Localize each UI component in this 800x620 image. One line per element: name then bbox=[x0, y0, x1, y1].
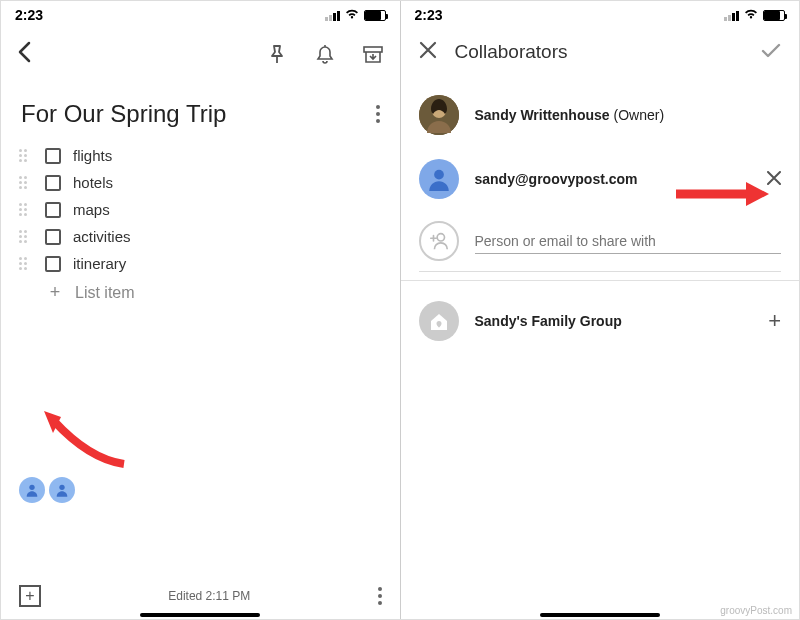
more-menu-icon[interactable] bbox=[378, 587, 382, 605]
collaborator-row-owner: Sandy Writtenhouse (Owner) bbox=[419, 83, 782, 147]
edited-timestamp: Edited 2:11 PM bbox=[41, 589, 378, 603]
avatar-icon bbox=[419, 159, 459, 199]
signal-icon bbox=[724, 10, 739, 21]
plus-icon: + bbox=[47, 282, 63, 303]
note-toolbar bbox=[1, 25, 400, 80]
note-title[interactable]: For Our Spring Trip bbox=[21, 100, 226, 128]
more-menu-icon[interactable] bbox=[376, 105, 380, 123]
divider bbox=[401, 280, 800, 281]
bottom-toolbar: + Edited 2:11 PM bbox=[1, 585, 400, 607]
home-indicator bbox=[540, 613, 660, 617]
status-icons bbox=[724, 7, 785, 23]
list-item[interactable]: activities bbox=[19, 223, 382, 250]
status-icons bbox=[325, 7, 386, 23]
item-label[interactable]: activities bbox=[73, 228, 131, 245]
signal-icon bbox=[325, 10, 340, 21]
collaborators-header: Collaborators bbox=[401, 25, 800, 79]
add-collaborator-row bbox=[419, 211, 782, 272]
wifi-icon bbox=[344, 7, 360, 23]
item-label[interactable]: maps bbox=[73, 201, 110, 218]
status-time: 2:23 bbox=[15, 7, 43, 23]
item-label[interactable]: flights bbox=[73, 147, 112, 164]
group-row[interactable]: Sandy's Family Group + bbox=[419, 289, 782, 353]
avatar-icon[interactable] bbox=[49, 477, 75, 503]
reminder-icon[interactable] bbox=[314, 44, 336, 66]
wifi-icon bbox=[743, 7, 759, 23]
watermark: groovyPost.com bbox=[720, 605, 792, 616]
add-person-icon bbox=[419, 221, 459, 261]
home-indicator bbox=[140, 613, 260, 617]
collaborator-avatars[interactable] bbox=[1, 471, 400, 509]
item-label[interactable]: itinerary bbox=[73, 255, 126, 272]
annotation-arrow bbox=[39, 409, 129, 469]
add-list-item[interactable]: + List item bbox=[19, 277, 382, 308]
svg-point-6 bbox=[437, 234, 444, 241]
battery-icon bbox=[364, 10, 386, 21]
list-item[interactable]: flights bbox=[19, 142, 382, 169]
svg-rect-0 bbox=[364, 47, 382, 52]
list-item[interactable]: itinerary bbox=[19, 250, 382, 277]
add-group-icon[interactable]: + bbox=[768, 308, 781, 334]
collaborators-title: Collaborators bbox=[455, 41, 744, 63]
collaborators-list: Sandy Writtenhouse (Owner) sandy@groovyp… bbox=[401, 79, 800, 357]
collaborator-row: sandy@groovypost.com bbox=[419, 147, 782, 211]
checkbox[interactable] bbox=[45, 256, 61, 272]
battery-icon bbox=[763, 10, 785, 21]
svg-point-1 bbox=[29, 485, 34, 490]
avatar-icon[interactable] bbox=[19, 477, 45, 503]
drag-handle-icon[interactable] bbox=[19, 203, 33, 216]
confirm-icon[interactable] bbox=[761, 41, 781, 64]
status-bar: 2:23 bbox=[401, 1, 800, 25]
back-button[interactable] bbox=[17, 39, 31, 70]
list-item[interactable]: hotels bbox=[19, 169, 382, 196]
status-bar: 2:23 bbox=[1, 1, 400, 25]
status-time: 2:23 bbox=[415, 7, 443, 23]
avatar bbox=[419, 95, 459, 135]
list-item[interactable]: maps bbox=[19, 196, 382, 223]
drag-handle-icon[interactable] bbox=[19, 257, 33, 270]
checkbox[interactable] bbox=[45, 175, 61, 191]
close-icon[interactable] bbox=[419, 39, 437, 65]
pin-icon[interactable] bbox=[266, 44, 288, 66]
share-input[interactable] bbox=[475, 229, 782, 254]
drag-handle-icon[interactable] bbox=[19, 149, 33, 162]
drag-handle-icon[interactable] bbox=[19, 176, 33, 189]
checkbox[interactable] bbox=[45, 202, 61, 218]
remove-collaborator-icon[interactable] bbox=[767, 169, 781, 190]
add-item-placeholder: List item bbox=[75, 284, 135, 302]
add-button[interactable]: + bbox=[19, 585, 41, 607]
drag-handle-icon[interactable] bbox=[19, 230, 33, 243]
collaborator-name: Sandy Writtenhouse (Owner) bbox=[475, 107, 782, 123]
checkbox[interactable] bbox=[45, 148, 61, 164]
owner-tag: (Owner) bbox=[613, 107, 664, 123]
archive-icon[interactable] bbox=[362, 44, 384, 66]
item-label[interactable]: hotels bbox=[73, 174, 113, 191]
group-name: Sandy's Family Group bbox=[475, 313, 753, 329]
family-group-icon bbox=[419, 301, 459, 341]
collaborator-email: sandy@groovypost.com bbox=[475, 171, 752, 187]
checkbox[interactable] bbox=[45, 229, 61, 245]
checklist: flights hotels maps activities itinerary bbox=[1, 138, 400, 312]
svg-point-2 bbox=[59, 485, 64, 490]
svg-point-5 bbox=[434, 170, 444, 180]
